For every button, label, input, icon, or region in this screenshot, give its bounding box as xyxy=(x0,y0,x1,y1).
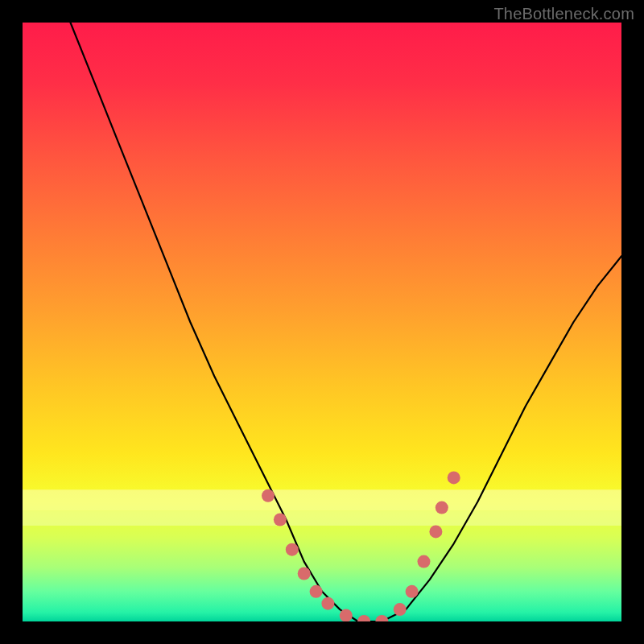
highlight-dot xyxy=(406,585,419,598)
highlight-bands xyxy=(23,489,621,526)
highlight-dot xyxy=(436,502,448,514)
highlight-dot xyxy=(340,609,353,621)
svg-rect-0 xyxy=(23,489,621,510)
highlight-dot xyxy=(429,525,442,538)
highlight-dot xyxy=(286,543,299,556)
gradient-background xyxy=(23,23,621,621)
chart-frame: TheBottleneck.com xyxy=(0,0,644,644)
highlight-dot xyxy=(394,603,407,616)
highlight-dot xyxy=(418,555,431,568)
highlight-dot xyxy=(298,568,311,580)
watermark-text: TheBottleneck.com xyxy=(493,5,634,23)
highlight-dot xyxy=(262,489,275,502)
plot-area xyxy=(23,23,621,621)
highlight-dot xyxy=(310,585,323,598)
highlight-dot xyxy=(321,597,334,610)
highlight-dot xyxy=(448,471,460,484)
plot-svg xyxy=(23,23,621,621)
highlight-dot xyxy=(274,514,287,526)
svg-rect-1 xyxy=(23,510,621,526)
